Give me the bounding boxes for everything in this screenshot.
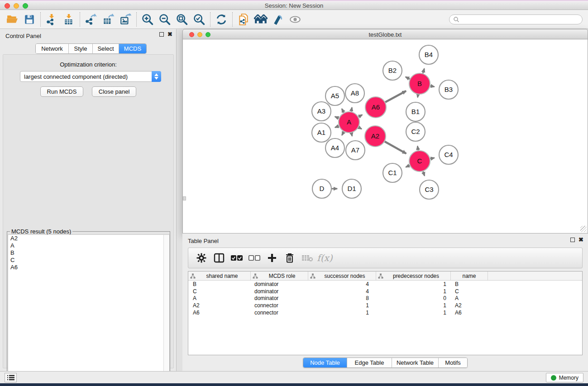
table-cell[interactable]: 1 <box>376 302 451 309</box>
result-scrollbar[interactable] <box>163 235 169 386</box>
close-panel-icon[interactable]: ✖ <box>167 32 172 37</box>
table-cell[interactable]: dominator <box>251 281 308 287</box>
column-header[interactable]: shared name <box>188 272 251 280</box>
table-row[interactable]: Bdominator41B <box>188 281 582 288</box>
graph-edge[interactable] <box>406 77 410 79</box>
table-cell[interactable]: C <box>188 288 251 295</box>
table-cell[interactable]: A <box>188 295 251 301</box>
graph-edge[interactable] <box>385 142 406 154</box>
graph-edge[interactable] <box>385 91 406 102</box>
node-table[interactable]: shared nameMCDS rolesuccessor nodesprede… <box>188 271 583 355</box>
zoom-in-icon[interactable] <box>139 12 156 27</box>
result-item[interactable]: A2 <box>8 235 169 242</box>
column-header[interactable]: name <box>451 272 488 280</box>
table-cell[interactable]: dominator <box>251 288 308 295</box>
result-item[interactable]: A <box>8 242 169 249</box>
graph-edge[interactable] <box>406 166 410 167</box>
deselect-all-icon[interactable] <box>246 250 263 266</box>
tab-network[interactable]: Network <box>36 44 69 53</box>
table-cell[interactable]: B <box>188 281 251 287</box>
window-resize-grip[interactable] <box>580 226 587 232</box>
close-table-panel-icon[interactable]: ✖ <box>578 238 583 242</box>
network-graph[interactable]: AA1A2A3A4A5A6A7A8BB1B2B3B4CC1C2C3C4DD1 <box>183 39 588 233</box>
table-cell[interactable]: connector <box>251 302 308 309</box>
tab-network-table[interactable]: Network Table <box>392 358 439 367</box>
tab-edge-table[interactable]: Edge Table <box>347 358 392 367</box>
home-icon[interactable] <box>252 12 269 27</box>
export-image-icon[interactable] <box>117 12 134 27</box>
table-cell[interactable]: A <box>451 295 488 301</box>
network-canvas[interactable]: AA1A2A3A4A5A6A7A8BB1B2B3B4CC1C2C3C4DD1 <box>182 39 588 234</box>
graph-edge[interactable] <box>359 115 362 117</box>
table-cell[interactable]: B <box>451 281 488 287</box>
table-cell[interactable]: A6 <box>188 310 251 316</box>
table-row[interactable]: Cdominator41C <box>188 288 582 295</box>
select-all-icon[interactable] <box>228 250 245 266</box>
graph-edge[interactable] <box>417 146 418 151</box>
table-cell[interactable]: A2 <box>188 302 251 309</box>
table-cell[interactable]: 4 <box>308 281 376 287</box>
graph-edge[interactable] <box>430 158 434 159</box>
graph-edge[interactable] <box>335 126 339 127</box>
table-row[interactable]: A6connector11A6 <box>188 309 582 316</box>
float-panel-icon[interactable] <box>159 32 164 37</box>
delete-icon[interactable] <box>281 250 298 266</box>
zoom-out-icon[interactable] <box>156 12 173 27</box>
tab-mcds[interactable]: MCDS <box>119 44 146 53</box>
zoom-fit-icon[interactable] <box>173 12 191 27</box>
import-table-icon[interactable] <box>60 12 77 27</box>
graph-edge[interactable] <box>351 107 352 111</box>
result-item[interactable]: C <box>8 257 169 264</box>
graph-edge[interactable] <box>351 133 352 136</box>
tab-style[interactable]: Style <box>69 44 93 53</box>
table-cell[interactable]: 4 <box>308 288 376 295</box>
export-network-icon[interactable] <box>82 12 100 27</box>
export-table-icon[interactable] <box>100 12 117 27</box>
clone-network-icon[interactable] <box>235 12 252 27</box>
close-panel-button[interactable]: Close panel <box>92 86 137 97</box>
column-header[interactable]: MCDS role <box>251 272 308 280</box>
style-brush-icon[interactable] <box>269 12 287 27</box>
result-item[interactable]: A6 <box>8 264 169 271</box>
graph-edge[interactable] <box>423 69 424 74</box>
mcds-result-list[interactable]: A2ABCA6 <box>8 234 170 386</box>
task-history-button[interactable] <box>5 373 17 382</box>
table-row[interactable]: A2connector11A2 <box>188 302 582 309</box>
save-icon[interactable] <box>21 12 38 27</box>
criterion-dropdown[interactable]: largest connected component (directed) <box>20 71 161 82</box>
table-cell[interactable]: A2 <box>451 302 488 309</box>
column-header[interactable]: predecessor nodes <box>376 272 451 280</box>
run-mcds-button[interactable]: Run MCDS <box>40 86 84 97</box>
graph-edge[interactable] <box>430 86 435 87</box>
table-cell[interactable]: dominator <box>251 295 308 301</box>
tab-select[interactable]: Select <box>93 44 119 53</box>
tab-motifs[interactable]: Motifs <box>439 358 467 367</box>
tab-node-table[interactable]: Node Table <box>303 358 347 367</box>
graph-edge[interactable] <box>342 132 344 135</box>
table-cell[interactable]: 8 <box>308 295 376 301</box>
add-icon[interactable] <box>263 250 280 266</box>
graph-edge[interactable] <box>423 172 425 176</box>
search-input[interactable] <box>459 16 578 23</box>
table-cell[interactable]: 1 <box>376 288 451 295</box>
table-cell[interactable]: connector <box>251 310 308 316</box>
column-header[interactable]: successor nodes <box>308 272 376 280</box>
result-item[interactable]: B <box>8 249 169 257</box>
float-table-panel-icon[interactable] <box>570 238 575 242</box>
search-field[interactable] <box>449 14 583 24</box>
import-network-icon[interactable] <box>43 12 60 27</box>
table-cell[interactable]: 1 <box>376 281 451 287</box>
zoom-selected-icon[interactable] <box>191 12 208 27</box>
columns-icon[interactable] <box>210 250 227 266</box>
open-folder-icon[interactable] <box>4 12 21 27</box>
gear-icon[interactable] <box>193 250 210 266</box>
table-cell[interactable]: 0 <box>376 295 451 301</box>
network-window-titlebar[interactable]: testGlobe.txt <box>182 29 588 39</box>
graph-edge[interactable] <box>335 117 339 118</box>
graph-edge[interactable] <box>359 127 362 129</box>
table-cell[interactable]: 1 <box>308 310 376 316</box>
graph-edge[interactable] <box>418 95 418 98</box>
memory-button[interactable]: Memory <box>546 373 583 382</box>
table-row[interactable]: Adominator80A <box>188 295 582 302</box>
table-cell[interactable]: 1 <box>308 302 376 309</box>
